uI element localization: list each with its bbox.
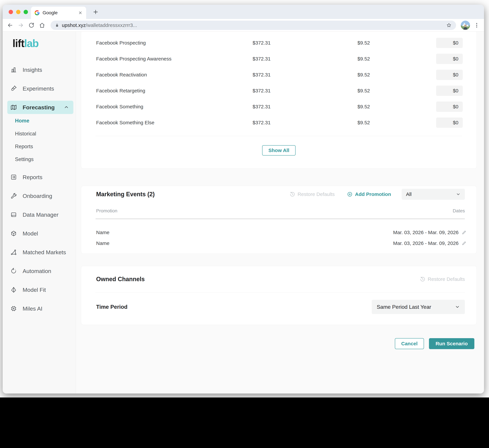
sidebar-item-label: Data Manager <box>23 212 58 218</box>
minimize-window-button[interactable] <box>16 10 20 14</box>
time-period-dropdown[interactable]: Same Period Last Year <box>372 300 465 314</box>
promotion-row: Name Mar. 03, 2026 - Mar. 09, 2026 <box>81 238 477 248</box>
promotion-name: Name <box>96 230 109 235</box>
browser-window: Google <box>3 5 484 393</box>
cone-icon <box>10 287 17 293</box>
lock-icon <box>55 23 59 27</box>
restore-defaults-button[interactable]: Restore Defaults <box>290 192 335 197</box>
channel-name: Facebook Prospecting Awareness <box>96 56 201 62</box>
plus-circle-icon <box>347 192 353 197</box>
column-header-dates: Dates <box>453 208 465 214</box>
map-icon <box>10 104 17 111</box>
tab-close-icon[interactable] <box>78 11 83 15</box>
hard-drive-icon <box>10 211 17 218</box>
add-promotion-button[interactable]: Add Promotion <box>347 192 391 197</box>
app-root: liftlab Insights Experiments <box>3 32 484 393</box>
sidebar-subitem-reports[interactable]: Reports <box>15 142 33 152</box>
main-content: Facebook Prospecting $372.31 $9.52 $0 Fa… <box>76 32 484 393</box>
sidebar-item-data-manager[interactable]: Data Manager <box>7 208 73 221</box>
run-scenario-button[interactable]: Run Scenario <box>429 338 474 349</box>
sidebar-item-label: Model Fit <box>23 287 46 293</box>
screenshot-stage: Google <box>0 0 489 448</box>
budget-input[interactable]: $0 <box>436 54 463 64</box>
sidebar-item-reports[interactable]: Reports <box>7 170 73 184</box>
profile-avatar[interactable] <box>461 21 470 30</box>
rotate-icon <box>10 268 17 274</box>
channel-spend: $372.31 <box>201 72 271 78</box>
sidebar-item-label: Model <box>23 230 38 237</box>
channel-spend: $372.31 <box>201 120 271 126</box>
new-tab-icon[interactable] <box>92 9 99 15</box>
sidebar-subitem-home[interactable]: Home <box>15 116 29 126</box>
sidebar-item-automation[interactable]: Automation <box>7 264 73 278</box>
channel-spend: $372.31 <box>201 56 271 62</box>
events-filter-value: All <box>406 192 412 197</box>
time-period-value: Same Period Last Year <box>377 304 431 310</box>
sidebar-item-label: Onboarding <box>23 193 52 199</box>
sidebar-subitem-settings[interactable]: Settings <box>15 154 33 164</box>
home-icon[interactable] <box>39 22 45 28</box>
sidebar-item-onboarding[interactable]: Onboarding <box>7 189 73 203</box>
table-row: Facebook Reactivation $372.31 $9.52 $0 <box>81 67 477 83</box>
sidebar-item-label: Automation <box>23 268 51 274</box>
wrench-icon <box>10 192 17 199</box>
budget-input[interactable]: $0 <box>436 86 463 96</box>
sidebar-subitem-label: Historical <box>15 131 36 137</box>
marketing-events-card: Marketing Events (2) Restore Defaults A <box>81 186 477 254</box>
show-all-button[interactable]: Show All <box>262 145 296 156</box>
channel-cpa: $9.52 <box>271 104 370 110</box>
column-header-promotion: Promotion <box>96 208 117 214</box>
sidebar-item-label: Experiments <box>23 85 54 92</box>
zoom-window-button[interactable] <box>24 10 28 14</box>
sidebar-item-label: Reports <box>23 174 42 180</box>
channel-spend: $372.31 <box>201 104 271 110</box>
sidebar-item-experiments[interactable]: Experiments <box>7 82 73 95</box>
budget-table-card: Facebook Prospecting $372.31 $9.52 $0 Fa… <box>81 32 477 169</box>
sidebar-item-label: Forecasting <box>23 104 55 111</box>
restore-defaults-button[interactable]: Restore Defaults <box>420 276 465 282</box>
close-window-button[interactable] <box>9 10 13 14</box>
budget-input[interactable]: $0 <box>436 102 463 112</box>
channel-cpa: $9.52 <box>271 40 370 46</box>
edit-pencil-icon[interactable] <box>462 241 466 246</box>
channel-name: Facebook Retargeting <box>96 88 201 94</box>
url-path: /walletaddressxxzrrr3... <box>86 23 137 28</box>
table-row: Facebook Prospecting Awareness $372.31 $… <box>81 51 477 67</box>
sidebar-item-forecasting[interactable]: Forecasting <box>7 101 73 114</box>
reload-icon[interactable] <box>28 22 35 28</box>
url-bar[interactable]: upshot.xyz/walletaddressxxzrrr3... <box>50 21 456 30</box>
bookmark-star-icon[interactable] <box>446 23 452 28</box>
list-icon <box>10 174 17 180</box>
sidebar-item-model[interactable]: Model <box>7 227 73 240</box>
chevron-up-icon <box>64 105 69 110</box>
back-icon[interactable] <box>7 22 13 28</box>
browser-tab[interactable]: Google <box>31 7 86 19</box>
channel-cpa: $9.52 <box>271 120 370 126</box>
vector-triangle-icon <box>10 249 17 256</box>
table-row: Facebook Something Else $372.31 $9.52 $0 <box>81 115 477 131</box>
sidebar-item-miles-ai[interactable]: Miles AI <box>7 302 73 315</box>
url-host: upshot.xyz <box>62 23 86 28</box>
history-icon <box>420 276 425 282</box>
test-tube-icon <box>10 85 17 92</box>
events-filter-dropdown[interactable]: All <box>402 189 465 200</box>
footer-actions: Cancel Run Scenario <box>81 338 477 349</box>
url-text: upshot.xyz/walletaddressxxzrrr3... <box>62 23 137 28</box>
budget-input[interactable]: $0 <box>436 118 463 128</box>
google-favicon-icon <box>35 10 40 15</box>
sidebar-item-insights[interactable]: Insights <box>7 63 73 76</box>
channel-cpa: $9.52 <box>271 56 370 62</box>
channel-spend: $372.31 <box>201 40 271 46</box>
sidebar-item-model-fit[interactable]: Model Fit <box>7 283 73 296</box>
promotion-dates: Mar. 03, 2026 - Mar. 09, 2026 <box>393 240 459 246</box>
table-row: Facebook Prospecting $372.31 $9.52 $0 <box>81 35 477 51</box>
edit-pencil-icon[interactable] <box>462 230 466 235</box>
forward-icon[interactable] <box>18 22 24 28</box>
liftlab-logo: liftlab <box>12 37 39 49</box>
budget-input[interactable]: $0 <box>436 70 463 80</box>
sidebar-subitem-historical[interactable]: Historical <box>15 129 36 139</box>
sidebar-item-matched-markets[interactable]: Matched Markets <box>7 246 73 259</box>
browser-menu-icon[interactable] <box>474 22 480 28</box>
budget-input[interactable]: $0 <box>436 38 463 48</box>
cancel-button[interactable]: Cancel <box>395 338 424 349</box>
